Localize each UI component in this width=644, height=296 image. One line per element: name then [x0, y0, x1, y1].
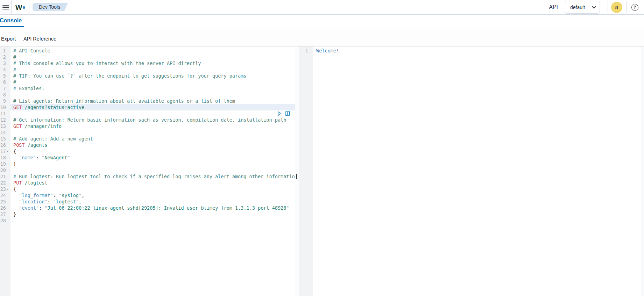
- line-number: 19: [0, 161, 10, 167]
- token-comment: #: [13, 67, 16, 72]
- pane-divider[interactable]: [295, 46, 299, 296]
- app-header: W Dev Tools API default a ?: [0, 0, 644, 15]
- token-plain: [13, 199, 19, 204]
- line-number: 25: [0, 198, 10, 205]
- hamburger-menu-button[interactable]: [0, 0, 12, 14]
- line-number: 24: [0, 192, 10, 198]
- user-avatar[interactable]: a: [611, 2, 622, 13]
- token-method: POST: [13, 142, 25, 148]
- code-line[interactable]: [10, 167, 295, 173]
- code-line[interactable]: #: [10, 79, 295, 85]
- code-fold-arrow[interactable]: ▾: [7, 148, 10, 154]
- play-icon[interactable]: [271, 104, 277, 110]
- code-fold-arrow[interactable]: ▾: [7, 186, 10, 192]
- code-line[interactable]: }: [10, 161, 295, 167]
- code-line[interactable]: }: [10, 211, 295, 217]
- token-quote: ": [286, 205, 289, 211]
- code-line[interactable]: "log_format": "syslog",: [10, 192, 295, 198]
- token-plain: {: [13, 149, 16, 154]
- api-label: API: [549, 4, 558, 10]
- code-line[interactable]: # List agents: Return information about …: [10, 98, 295, 104]
- code-line-active[interactable]: GET /agents?status=active: [10, 104, 295, 110]
- code-line[interactable]: PUT /logtest: [10, 180, 295, 186]
- line-number: 20: [0, 167, 10, 173]
- token-plain: [22, 104, 24, 110]
- token-method: GET: [13, 123, 22, 129]
- response-editor[interactable]: 1 Welcome!: [299, 46, 644, 296]
- token-plain: :: [39, 205, 44, 211]
- token-response: Welcome!: [316, 48, 339, 53]
- breadcrumb-dev-tools[interactable]: Dev Tools: [33, 3, 68, 11]
- line-number: 1: [299, 48, 313, 54]
- export-button[interactable]: Export: [1, 36, 16, 42]
- line-number: 7: [0, 85, 10, 92]
- token-str: NewAgent: [44, 155, 67, 160]
- token-quote: ": [79, 193, 82, 198]
- code-line[interactable]: [10, 110, 295, 117]
- header-divider: [627, 1, 627, 13]
- token-quote: ": [53, 199, 56, 204]
- code-line[interactable]: "name": "NewAgent": [10, 154, 295, 161]
- api-host-select[interactable]: default: [565, 1, 600, 14]
- line-number: 8: [0, 92, 10, 98]
- token-plain: [13, 193, 19, 198]
- code-line[interactable]: #: [10, 54, 295, 60]
- code-line[interactable]: "location": "logtest",: [10, 198, 295, 205]
- token-str: syslog: [62, 193, 79, 198]
- token-method: GET: [13, 104, 22, 110]
- line-number: 15: [0, 136, 10, 142]
- token-key: log_format: [22, 193, 50, 198]
- code-line[interactable]: #: [10, 66, 295, 73]
- token-method: PUT: [13, 180, 22, 186]
- code-line[interactable]: GET /manager/info: [10, 123, 295, 129]
- api-host-value: default: [570, 5, 585, 10]
- token-str: logtest: [56, 199, 76, 204]
- app-logo[interactable]: W: [12, 0, 29, 14]
- line-number: 3: [0, 60, 10, 66]
- code-line[interactable]: [10, 129, 295, 136]
- request-actions: [271, 104, 285, 110]
- line-number: 22: [0, 180, 10, 186]
- line-number: 18: [0, 154, 10, 161]
- token-quote: ": [36, 205, 39, 211]
- code-line[interactable]: # Run logtest: Run logtest tool to check…: [10, 173, 295, 180]
- token-plain: ,: [82, 193, 84, 198]
- line-number: 11: [0, 110, 10, 117]
- code-line[interactable]: # Add agent: Add a new agent: [10, 136, 295, 142]
- code-line[interactable]: # Examples:: [10, 85, 295, 92]
- request-editor[interactable]: 1234567891011121314151617▾181920212223▾2…: [0, 46, 299, 296]
- code-line[interactable]: # API Console: [10, 48, 295, 54]
- docs-book-icon[interactable]: [279, 104, 285, 110]
- console-editors: 1234567891011121314151617▾181920212223▾2…: [0, 46, 644, 296]
- chevron-down-icon: [592, 5, 596, 8]
- response-scrollbar[interactable]: [641, 46, 644, 296]
- code-line[interactable]: # TIP: You can use `?` after the endpoin…: [10, 73, 295, 79]
- token-comment: # Get information: Return basic informat…: [13, 117, 286, 123]
- help-button[interactable]: ?: [631, 4, 638, 11]
- code-line[interactable]: # Get information: Return basic informat…: [10, 117, 295, 123]
- token-path: /logtest: [25, 180, 48, 186]
- line-number: 10: [0, 104, 10, 110]
- code-line[interactable]: [10, 217, 295, 224]
- code-line[interactable]: "event": "Jul 06 22:00:22 linux-agent ss…: [10, 205, 295, 211]
- api-reference-button[interactable]: API Reference: [23, 36, 56, 42]
- token-plain: [25, 142, 28, 148]
- line-number: 1: [0, 48, 10, 54]
- console-toolbar: Export API Reference: [0, 27, 644, 46]
- token-plain: :: [53, 193, 59, 198]
- response-editor-content: Welcome!: [313, 46, 641, 296]
- code-line[interactable]: {: [10, 148, 295, 154]
- tab-console[interactable]: Console: [0, 15, 24, 27]
- code-line[interactable]: POST /agents: [10, 142, 295, 148]
- request-editor-content[interactable]: # API Console## This console allows you …: [10, 46, 295, 296]
- token-comment: # Add agent: Add a new agent: [13, 136, 93, 142]
- token-plain: [22, 180, 24, 186]
- token-comment: #: [13, 79, 16, 85]
- line-number: 13: [0, 123, 10, 129]
- line-number: 16: [0, 142, 10, 148]
- token-comment: # This console allows you to interact wi…: [13, 60, 201, 66]
- code-line[interactable]: [10, 92, 295, 98]
- code-line[interactable]: # This console allows you to interact wi…: [10, 60, 295, 66]
- code-line[interactable]: Welcome!: [313, 48, 641, 54]
- code-line[interactable]: {: [10, 186, 295, 192]
